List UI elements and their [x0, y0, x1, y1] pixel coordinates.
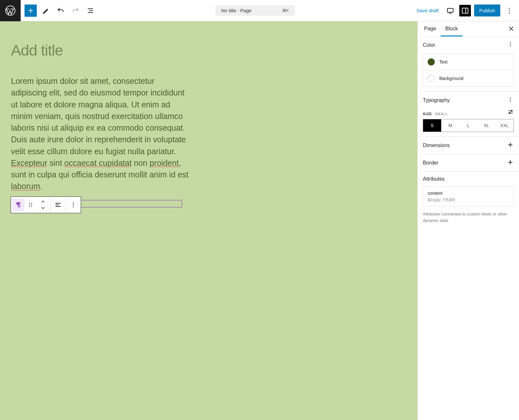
- svg-rect-2: [462, 8, 468, 13]
- kebab-icon: [507, 96, 514, 103]
- more-options-button[interactable]: [504, 5, 515, 16]
- svg-point-21: [511, 110, 512, 111]
- settings-sidebar-toggle[interactable]: [459, 5, 471, 16]
- save-draft-link[interactable]: Save draft: [414, 8, 441, 13]
- color-panel-title: Color: [423, 42, 435, 48]
- close-icon: [508, 25, 514, 32]
- block-toolbar: [11, 196, 81, 213]
- svg-point-11: [31, 206, 32, 207]
- document-title-text: No title · Page: [221, 8, 251, 13]
- svg-point-22: [509, 113, 510, 114]
- attribute-card[interactable]: content &copy; YEAR: [423, 186, 514, 206]
- editor-canvas[interactable]: Add title Lorem ipsum dolor sit amet, co…: [0, 21, 417, 420]
- svg-point-15: [510, 42, 511, 43]
- svg-point-3: [509, 8, 510, 9]
- plus-icon: [507, 141, 514, 148]
- background-color-row[interactable]: Background: [423, 70, 514, 86]
- align-button[interactable]: [52, 199, 64, 211]
- document-title-pill[interactable]: No title · Page ⌘K: [215, 5, 295, 16]
- move-up-icon[interactable]: [40, 199, 46, 205]
- svg-point-4: [509, 10, 510, 11]
- color-panel-menu[interactable]: [507, 41, 514, 49]
- svg-point-9: [31, 205, 32, 205]
- drag-handle-icon[interactable]: [25, 199, 37, 211]
- background-color-swatch: [428, 75, 435, 82]
- border-title: Border: [423, 160, 438, 166]
- background-color-label: Background: [439, 76, 463, 81]
- svg-point-18: [510, 97, 511, 98]
- size-btn-xxl[interactable]: XXL: [495, 119, 514, 132]
- kebab-icon: [507, 41, 514, 48]
- dimensions-panel: Dimensions: [418, 137, 519, 154]
- tools-button[interactable]: [40, 5, 52, 16]
- attribute-value: &copy; YEAR: [428, 197, 509, 202]
- toolbar-left-group: [21, 5, 100, 17]
- svg-point-17: [510, 46, 511, 47]
- dimensions-title: Dimensions: [423, 143, 450, 148]
- size-btn-l[interactable]: L: [459, 119, 477, 132]
- settings-sidebar: Page Block Color Text Background: [417, 21, 519, 420]
- move-down-icon[interactable]: [40, 205, 46, 211]
- border-panel: Border: [418, 154, 519, 172]
- svg-point-10: [29, 206, 30, 207]
- text-color-label: Text: [439, 59, 448, 65]
- color-panel: Color Text Background: [418, 36, 519, 92]
- size-label: SIZE: [423, 112, 432, 116]
- size-custom-toggle[interactable]: [507, 109, 514, 116]
- svg-point-5: [509, 12, 510, 13]
- svg-rect-1: [447, 8, 453, 12]
- tab-block[interactable]: Block: [441, 21, 462, 36]
- svg-point-6: [29, 203, 30, 204]
- size-btn-m[interactable]: M: [441, 119, 459, 132]
- view-button[interactable]: [444, 5, 456, 16]
- text-color-row[interactable]: Text: [423, 54, 514, 70]
- attributes-panel: Attributes content &copy; YEAR Attribute…: [418, 172, 519, 228]
- main-area: Add title Lorem ipsum dolor sit amet, co…: [0, 21, 519, 420]
- svg-point-7: [31, 203, 32, 204]
- typography-menu[interactable]: [507, 96, 514, 104]
- dimensions-add[interactable]: [507, 141, 514, 149]
- block-movers[interactable]: [37, 199, 49, 211]
- post-title-placeholder[interactable]: Add title: [11, 41, 406, 59]
- typography-panel: Typography SIZE SMALL SMLXLXXL: [418, 92, 519, 137]
- top-toolbar: No title · Page ⌘K Save draft Publish: [0, 0, 519, 21]
- svg-point-13: [73, 205, 74, 205]
- svg-point-20: [510, 101, 511, 102]
- size-value: SMALL: [435, 112, 448, 116]
- text-color-swatch: [428, 58, 435, 65]
- sliders-icon: [507, 109, 514, 115]
- size-button-group: SMLXLXXL: [423, 119, 514, 132]
- tab-page[interactable]: Page: [420, 21, 441, 36]
- attribute-key: content: [428, 191, 509, 196]
- toolbar-center: No title · Page ⌘K: [100, 5, 410, 16]
- paragraph-icon[interactable]: [12, 199, 25, 211]
- svg-point-14: [73, 206, 74, 207]
- paragraph-block[interactable]: Lorem ipsum dolor sit amet, consectetur …: [11, 75, 192, 192]
- toolbar-right-group: Save draft Publish: [410, 5, 519, 16]
- close-sidebar-button[interactable]: [505, 23, 517, 35]
- svg-point-12: [73, 203, 74, 204]
- size-btn-s[interactable]: S: [423, 119, 441, 132]
- redo-button[interactable]: [70, 5, 81, 16]
- border-add[interactable]: [507, 159, 514, 167]
- block-more-options[interactable]: [67, 199, 79, 211]
- sidebar-tabs: Page Block: [418, 21, 519, 36]
- svg-point-19: [510, 99, 511, 100]
- wordpress-logo[interactable]: [0, 0, 21, 21]
- size-btn-xl[interactable]: XL: [477, 119, 495, 132]
- plus-icon: [507, 159, 514, 166]
- attributes-description: Attributes connected to custom fields or…: [423, 211, 514, 224]
- typography-title: Typography: [423, 97, 450, 103]
- svg-point-16: [510, 44, 511, 45]
- add-block-button[interactable]: [25, 5, 37, 17]
- document-outline-button[interactable]: [85, 5, 96, 16]
- command-shortcut: ⌘K: [282, 8, 289, 13]
- publish-button[interactable]: Publish: [474, 5, 500, 16]
- attributes-title: Attributes: [423, 176, 514, 182]
- svg-point-8: [29, 205, 30, 205]
- undo-button[interactable]: [55, 5, 66, 16]
